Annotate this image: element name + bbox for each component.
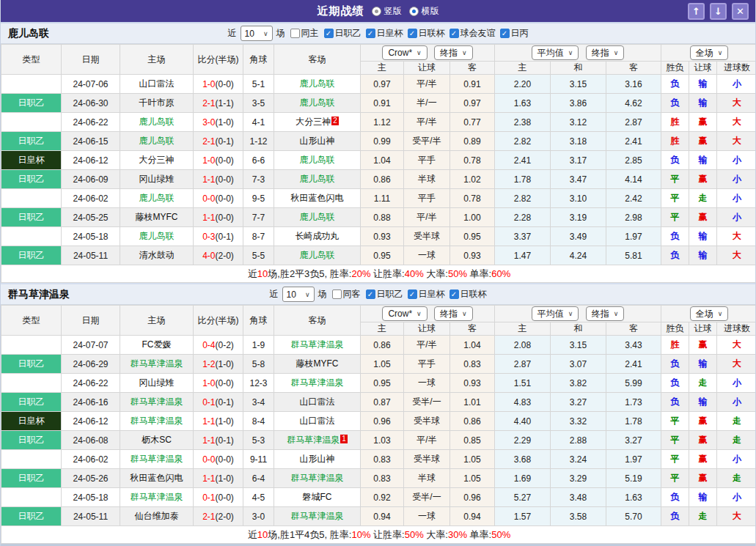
col-handicap-line: 让球: [404, 322, 450, 336]
avg-home-odds: 2.82: [495, 132, 551, 151]
checkbox-checked-icon[interactable]: ✓: [408, 289, 417, 299]
halftime-score: (0-1): [216, 435, 234, 446]
home-team: 群马草津温泉: [120, 450, 194, 469]
radio-selected-icon[interactable]: [409, 7, 419, 16]
corner-score: 4-5: [243, 488, 274, 507]
league-filter[interactable]: ✓球会友谊: [445, 27, 496, 40]
result-goals: 小: [717, 488, 756, 507]
halftime-score: (1-0): [216, 117, 234, 128]
table-row: 日职乙24-07-06山口雷法1-0(0-0)5-1鹿儿岛联0.97平/半0.9…: [1, 75, 756, 94]
match-scope-select[interactable]: 全场∨: [690, 45, 729, 60]
checkbox-checked-icon[interactable]: ✓: [366, 289, 375, 299]
away-team: 鹿儿岛联: [274, 75, 361, 94]
checkbox-checked-icon[interactable]: ✓: [366, 29, 375, 38]
table-row: 日职乙24-07-07FC爱媛0-4(0-2)1-9群马草津温泉0.86平/半1…: [1, 336, 756, 355]
handicap-line: 受平/半: [404, 132, 450, 151]
average-odds-select[interactable]: 平均值∨: [532, 45, 579, 60]
home-team: 群马草津温泉: [120, 355, 194, 374]
col-result-wdl: 胜负: [661, 322, 689, 336]
league-badge: 日职乙: [1, 393, 62, 412]
league-filter[interactable]: ✓日丙: [496, 27, 529, 40]
checkbox-checked-icon[interactable]: ✓: [449, 29, 459, 38]
league-filter-label: 日丙: [511, 27, 529, 40]
same-venue-filter[interactable]: 同客: [328, 288, 361, 300]
match-score: 0-1(0-1): [194, 393, 243, 412]
layout-radio-vertical[interactable]: 竖版: [372, 5, 402, 18]
league-badge: 日职乙: [1, 170, 62, 189]
checkbox-checked-icon[interactable]: ✓: [324, 29, 334, 38]
corner-score: 1-12: [243, 132, 274, 151]
handicap-away-odds: 1.00: [450, 208, 495, 227]
team-label: 鹿儿岛联: [139, 193, 175, 203]
handicap-line: 平/半: [404, 75, 450, 94]
handicap-home-odds: 0.83: [361, 450, 404, 469]
move-down-button[interactable]: ↓: [710, 3, 727, 20]
league-filter[interactable]: ✓日皇杯: [362, 27, 403, 40]
layout-radio-horizontal[interactable]: 横版: [409, 5, 439, 18]
avg-away-odds: 3.27: [606, 431, 661, 450]
match-count-select[interactable]: 10 ∨: [282, 287, 315, 302]
checkbox-unchecked-icon[interactable]: [290, 29, 300, 38]
match-scope-select[interactable]: 全场∨: [690, 306, 729, 321]
final-odds-select[interactable]: 终指∨: [434, 306, 473, 321]
league-filter[interactable]: ✓日职乙: [320, 27, 362, 40]
chevron-down-icon: ∨: [568, 310, 573, 317]
checkbox-unchecked-icon[interactable]: [332, 289, 342, 299]
result-handicap: 赢: [689, 132, 717, 151]
avg-home-odds: 2.28: [495, 208, 551, 227]
odds-company-select[interactable]: Crow*∨: [382, 45, 427, 60]
radio-unselected-icon[interactable]: [372, 7, 381, 16]
league-filter[interactable]: ✓日联杯: [445, 288, 487, 300]
result-handicap: 赢: [689, 412, 717, 431]
fulltime-score: 1-0: [202, 79, 215, 89]
checkbox-checked-icon[interactable]: ✓: [500, 29, 510, 38]
team-label: 藤枝MYFC: [136, 212, 178, 222]
match-score: 0-3(0-1): [194, 227, 243, 246]
avg-away-odds: 2.98: [606, 208, 661, 227]
match-count-select[interactable]: 10 ∨: [241, 26, 273, 41]
result-handicap: 赢: [689, 469, 717, 488]
checkbox-checked-icon[interactable]: ✓: [408, 29, 417, 38]
same-venue-filter[interactable]: 同主: [286, 27, 319, 40]
fulltime-score: 1-1: [202, 435, 215, 446]
final-odds-select-2[interactable]: 终指∨: [586, 306, 625, 321]
checkbox-checked-icon[interactable]: ✓: [449, 289, 459, 299]
home-team: 秋田蓝色闪电: [120, 469, 194, 488]
avg-draw-odds: 3.10: [551, 189, 606, 208]
league-filter[interactable]: ✓日联杯: [403, 27, 445, 40]
match-score: 1-0(0-0): [194, 75, 243, 94]
league-filter[interactable]: ✓日职乙: [362, 288, 403, 300]
col-home: 主场: [120, 306, 194, 336]
result-goals: 走: [717, 469, 756, 488]
away-team: 长崎成功丸: [274, 227, 361, 246]
fulltime-score: 2-1: [202, 136, 215, 147]
result-goals: 大: [717, 227, 756, 246]
final-odds-select[interactable]: 终指∨: [434, 45, 473, 60]
handicap-home-odds: 0.86: [361, 170, 404, 189]
match-score: 1-1(0-1): [194, 431, 243, 450]
halftime-score: (1-0): [216, 416, 234, 427]
league-badge: 日职乙: [1, 431, 62, 450]
team-label: 山口雷法: [300, 416, 335, 426]
chevron-down-icon: ∨: [718, 49, 723, 56]
result-wdl: 负: [661, 227, 689, 246]
close-button[interactable]: ✕: [732, 3, 749, 20]
move-up-button[interactable]: ↑: [688, 3, 705, 20]
chevron-down-icon: ∨: [416, 49, 422, 56]
games-label: 场: [318, 288, 327, 300]
odds-company-select[interactable]: Crow*∨: [382, 306, 427, 321]
average-odds-select[interactable]: 平均值∨: [532, 306, 579, 321]
home-team: 鹿儿岛联: [120, 189, 194, 208]
col-corner: 角球: [243, 306, 274, 336]
avg-home-odds: 1.57: [495, 507, 551, 526]
handicap-line: 平/半: [404, 431, 450, 450]
handicap-away-odds: 0.96: [450, 488, 495, 507]
result-wdl: 平: [661, 189, 689, 208]
fulltime-score: 1-1: [202, 473, 215, 484]
summary-segment: 场,胜2平3负5, 胜率:: [268, 268, 351, 279]
league-filter[interactable]: ✓日皇杯: [403, 288, 445, 300]
final-odds-select-2[interactable]: 终指∨: [586, 45, 625, 60]
summary-segment: 大率:: [424, 268, 448, 279]
corner-score: 6-6: [243, 151, 274, 170]
result-wdl: 平: [661, 412, 689, 431]
